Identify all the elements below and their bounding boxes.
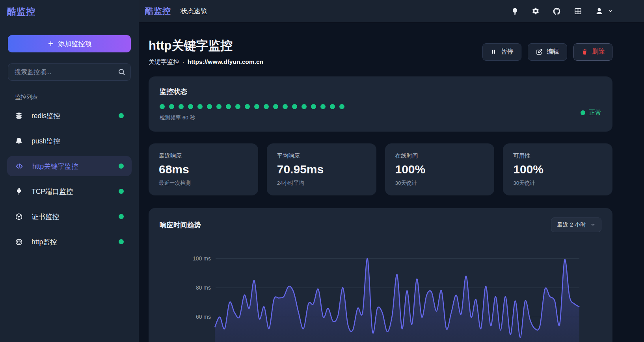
monitor-list-label: 监控列表 bbox=[15, 93, 139, 101]
delete-button[interactable]: 删除 bbox=[573, 43, 612, 61]
trash-icon bbox=[581, 48, 588, 55]
heartbeat-dot bbox=[292, 104, 297, 109]
y-tick-label: 100 ms bbox=[193, 255, 211, 262]
heartbeat-dot bbox=[320, 104, 326, 109]
stat-sublabel: 24小时平均 bbox=[277, 180, 366, 187]
heartbeat-dot bbox=[235, 104, 240, 109]
y-tick-label: 60 ms bbox=[196, 314, 211, 320]
heartbeat-dot bbox=[179, 104, 184, 109]
sidebar-item-5[interactable]: 证书监控 bbox=[7, 206, 132, 227]
heartbeat-dot bbox=[254, 104, 259, 109]
header-logo[interactable]: 酷监控 bbox=[145, 6, 171, 17]
app-root: 酷监控 添加监控项 监控列表 redis监控push监控http关键字监控TCP… bbox=[0, 0, 644, 342]
chart-title: 响应时间趋势 bbox=[160, 220, 201, 230]
status-up-dot bbox=[119, 164, 124, 169]
y-tick-label: 80 ms bbox=[196, 284, 211, 291]
monitor-list: redis监控push监控http关键字监控TCP端口监控证书监控http监控 bbox=[0, 106, 139, 252]
grid-icon[interactable] bbox=[574, 7, 582, 15]
github-icon[interactable] bbox=[553, 7, 561, 15]
heartbeat-dot bbox=[169, 104, 174, 109]
line-chart-svg: 100 ms80 ms60 ms40 ms bbox=[160, 236, 601, 342]
subtitle-separator: · bbox=[182, 58, 184, 65]
search-box bbox=[8, 63, 131, 81]
search-icon bbox=[117, 68, 126, 76]
stat-label: 在线时间 bbox=[395, 152, 484, 160]
cube-icon bbox=[15, 213, 23, 221]
globe-icon bbox=[15, 238, 23, 246]
plug-icon bbox=[15, 188, 23, 195]
chart-area-fill bbox=[215, 258, 579, 342]
search-input[interactable] bbox=[8, 63, 131, 81]
check-frequency: 检测频率 60 秒 bbox=[160, 114, 344, 121]
header-icons bbox=[511, 7, 613, 15]
heartbeat-dot bbox=[264, 104, 269, 109]
sidebar: 酷监控 添加监控项 监控列表 redis监控push监控http关键字监控TCP… bbox=[0, 0, 139, 342]
status-up-dot bbox=[119, 189, 124, 194]
page-actions: 暂停 编辑 删除 bbox=[482, 43, 612, 61]
edit-label: 编辑 bbox=[547, 48, 559, 56]
edit-icon bbox=[536, 48, 543, 56]
chart-card: 响应时间趋势 最近 2 小时 100 ms80 ms60 ms40 ms bbox=[149, 208, 612, 342]
user-icon[interactable] bbox=[595, 7, 603, 15]
stat-value: 68ms bbox=[159, 162, 248, 177]
heartbeat-dots bbox=[160, 104, 344, 109]
stat-sublabel: 30天统计 bbox=[513, 180, 602, 187]
edit-button[interactable]: 编辑 bbox=[528, 43, 567, 61]
sidebar-item-2[interactable]: push监控 bbox=[7, 131, 132, 151]
status-up-dot bbox=[119, 214, 124, 219]
time-range-select[interactable]: 最近 2 小时 bbox=[551, 217, 601, 232]
heartbeat-dot bbox=[197, 104, 203, 109]
add-monitor-button[interactable]: 添加监控项 bbox=[8, 35, 131, 52]
heartbeat-dot bbox=[226, 104, 231, 109]
database-icon bbox=[15, 112, 23, 120]
page-title: http关键字监控 bbox=[149, 37, 263, 54]
status-up-dot bbox=[119, 113, 124, 118]
status-card-title: 监控状态 bbox=[160, 87, 601, 96]
pause-icon bbox=[490, 48, 497, 55]
code-icon bbox=[15, 162, 24, 171]
main-content: http关键字监控 关键字监控 · https://www.dfyun.com.… bbox=[139, 22, 644, 342]
sidebar-item-3[interactable]: http关键字监控 bbox=[7, 156, 132, 176]
stat-value: 70.95ms bbox=[277, 162, 366, 177]
status-overview-link[interactable]: 状态速览 bbox=[181, 7, 207, 16]
monitor-url: https://www.dfyun.com.cn bbox=[188, 58, 263, 65]
chevron-down-icon[interactable] bbox=[608, 8, 613, 14]
chart-head: 响应时间趋势 最近 2 小时 bbox=[160, 217, 601, 232]
heartbeat-dot bbox=[339, 104, 344, 109]
heartbeat-dot bbox=[273, 104, 278, 109]
heartbeat-dot bbox=[311, 104, 316, 109]
sidebar-item-1[interactable]: redis监控 bbox=[7, 106, 132, 126]
pause-label: 暂停 bbox=[501, 48, 514, 56]
delete-label: 删除 bbox=[592, 48, 605, 56]
status-up-dot bbox=[119, 239, 124, 244]
bell-icon bbox=[15, 137, 23, 145]
sidebar-logo[interactable]: 酷监控 bbox=[0, 0, 139, 18]
stat-label: 平均响应 bbox=[277, 152, 366, 160]
sidebar-item-label: push监控 bbox=[32, 136, 60, 146]
gear-icon[interactable] bbox=[532, 7, 540, 15]
stat-label: 最近响应 bbox=[159, 152, 248, 160]
stat-card-2: 平均响应70.95ms24小时平均 bbox=[267, 143, 376, 195]
status-badge: 正常 bbox=[581, 109, 601, 117]
sidebar-item-label: http关键字监控 bbox=[32, 162, 78, 171]
status-card: 监控状态 检测频率 60 秒 正常 bbox=[149, 76, 612, 132]
sidebar-item-label: http监控 bbox=[32, 237, 57, 247]
pause-button[interactable]: 暂停 bbox=[482, 43, 521, 61]
stats-row: 最近响应68ms最近一次检测平均响应70.95ms24小时平均在线时间100%3… bbox=[149, 143, 612, 195]
plus-icon bbox=[47, 40, 54, 47]
stat-label: 可用性 bbox=[513, 152, 602, 160]
status-badge-label: 正常 bbox=[589, 109, 601, 117]
stat-sublabel: 最近一次检测 bbox=[159, 180, 248, 187]
sidebar-item-4[interactable]: TCP端口监控 bbox=[7, 181, 132, 201]
sidebar-item-label: 证书监控 bbox=[32, 212, 59, 221]
sidebar-item-label: TCP端口监控 bbox=[32, 187, 73, 196]
top-header: 酷监控 状态速览 bbox=[139, 0, 644, 22]
stat-card-4: 可用性100%30天统计 bbox=[503, 143, 612, 195]
sidebar-item-6[interactable]: http监控 bbox=[7, 232, 132, 252]
lightbulb-icon[interactable] bbox=[511, 7, 519, 15]
stat-value: 100% bbox=[395, 162, 484, 177]
heartbeat-dot bbox=[245, 104, 250, 109]
chevron-down-icon bbox=[590, 222, 596, 227]
stat-sublabel: 30天统计 bbox=[395, 180, 484, 187]
sidebar-item-label: redis监控 bbox=[32, 111, 60, 121]
